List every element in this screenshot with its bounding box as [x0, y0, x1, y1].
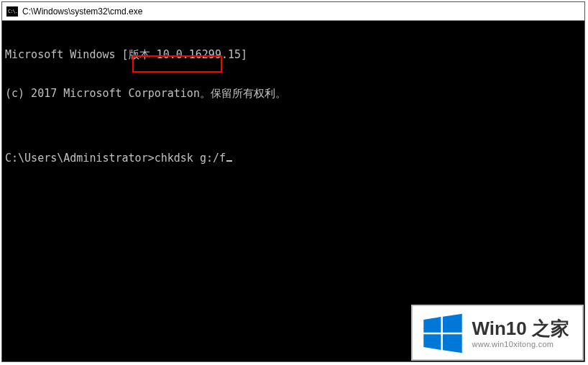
watermark-text: Win10 之家 www.win10xitong.com: [472, 318, 569, 349]
watermark-title-cn: 之家: [527, 318, 569, 339]
cursor: [226, 160, 232, 162]
svg-marker-0: [424, 317, 441, 333]
watermark-title: Win10 之家: [472, 318, 569, 339]
cmd-icon: C:\.: [6, 6, 18, 17]
terminal-line-copyright: (c) 2017 Microsoft Corporation。保留所有权利。: [5, 87, 582, 100]
watermark-url: www.win10xitong.com: [472, 340, 569, 348]
svg-marker-3: [443, 334, 462, 353]
watermark-badge: Win10 之家 www.win10xitong.com: [411, 305, 584, 361]
terminal-command[interactable]: chkdsk g:/f: [155, 152, 226, 165]
terminal-line-version: Microsoft Windows [版本 10.0.16299.15]: [5, 48, 582, 61]
svg-marker-1: [443, 314, 462, 333]
titlebar[interactable]: C:\. C:\Windows\system32\cmd.exe: [2, 2, 584, 21]
window-title: C:\Windows\system32\cmd.exe: [22, 6, 142, 17]
svg-marker-2: [424, 334, 441, 350]
cmd-icon-text: C:\.: [8, 9, 17, 14]
windows-logo-icon: [423, 313, 463, 354]
terminal-prompt-line: C:\Users\Administrator>chkdsk g:/f: [5, 152, 582, 165]
terminal-prompt: C:\Users\Administrator>: [5, 152, 155, 165]
watermark-title-en: Win10: [472, 318, 526, 339]
